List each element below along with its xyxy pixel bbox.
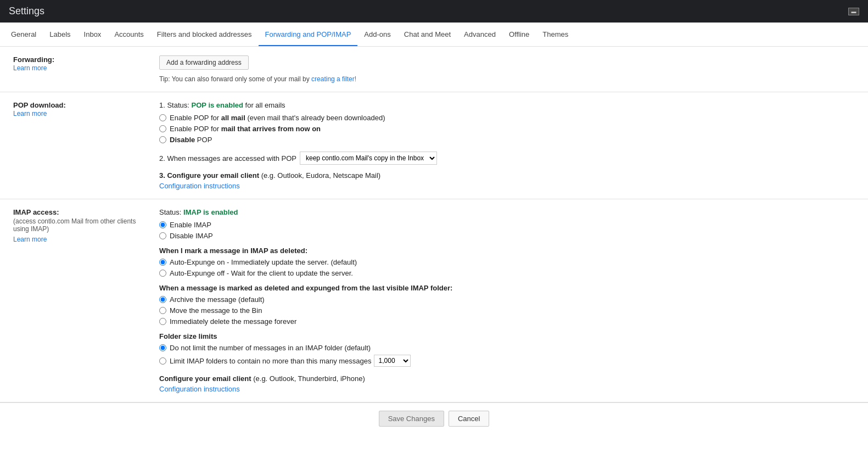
pop-download-title: POP download: (13, 101, 146, 109)
pop-status-prefix: 1. Status: (159, 101, 192, 109)
pop-radio-now: Enable POP for mail that arrives from no… (159, 125, 859, 133)
delete-forever-label: Immediately delete the message forever (170, 317, 296, 326)
pop-now-bold: mail that arrives from now on (221, 125, 321, 133)
tab-chat-meet[interactable]: Chat and Meet (397, 23, 457, 47)
pop-configure-title: 3. Configure your email client (e.g. Out… (159, 171, 859, 180)
bottom-bar: Save Changes Cancel (0, 402, 868, 434)
imap-status-enabled: IMAP is enabled (183, 208, 238, 216)
auto-expunge-off-input[interactable] (159, 270, 166, 277)
tab-addons[interactable]: Add-ons (357, 23, 397, 47)
pop-radio-all-label: Enable POP for all mail (even mail that'… (170, 114, 385, 122)
pop-disable-bold: Disable (170, 136, 195, 144)
pop-status-suffix: for all emails (243, 101, 285, 109)
save-button[interactable]: Save Changes (379, 411, 444, 427)
cancel-button[interactable]: Cancel (449, 411, 489, 427)
tab-general[interactable]: General (4, 23, 43, 47)
forwarding-title: Forwarding: (13, 55, 146, 64)
tab-labels[interactable]: Labels (43, 23, 77, 47)
pop-when-row: 2. When messages are accessed with POP k… (159, 152, 859, 165)
pop-radio-all: Enable POP for all mail (even mail that'… (159, 114, 859, 122)
imap-disable-input[interactable] (159, 232, 166, 239)
archive-msg-label: Archive the message (default) (170, 295, 265, 304)
pop-radio-disable: Disable POP (159, 136, 859, 144)
imap-delete-forever-radio: Immediately delete the message forever (159, 317, 859, 326)
creating-filter-link[interactable]: creating a filter! (311, 75, 356, 83)
imap-config-link[interactable]: Configuration instructions (159, 385, 240, 393)
pop-download-section: POP download: Learn more 1. Status: POP … (0, 92, 868, 199)
pop-radio-disable-input[interactable] (159, 136, 166, 143)
forwarding-label: Forwarding: Learn more (0, 55, 159, 83)
imap-title: IMAP access: (13, 208, 146, 216)
folder-limit-radio: Limit IMAP folders to contain no more th… (159, 355, 859, 367)
forwarding-content: Add a forwarding address Tip: You can al… (159, 55, 868, 83)
imap-label: IMAP access: (access contlo.com Mail fro… (0, 208, 159, 393)
imap-expunged-heading: When a message is marked as deleted and … (159, 284, 859, 292)
delete-forever-input[interactable] (159, 318, 166, 325)
imap-access-section: IMAP access: (access contlo.com Mail fro… (0, 199, 868, 402)
folder-size-select[interactable]: 1,000 2,000 5,000 10,000 (374, 355, 411, 367)
imap-desc: (access contlo.com Mail from other clien… (13, 217, 146, 233)
pop-download-content: 1. Status: POP is enabled for all emails… (159, 101, 868, 190)
pop-all-bold: all mail (221, 114, 245, 122)
forwarding-learn-more[interactable]: Learn more (13, 64, 47, 72)
folder-size-heading: Folder size limits (159, 332, 859, 340)
pop-radio-now-input[interactable] (159, 125, 166, 132)
auto-expunge-on-input[interactable] (159, 259, 166, 266)
limit-msgs-label: Limit IMAP folders to contain no more th… (170, 357, 372, 365)
pop-learn-more[interactable]: Learn more (13, 110, 47, 117)
archive-msg-input[interactable] (159, 296, 166, 303)
settings-page: General Labels Inbox Accounts Filters an… (0, 23, 868, 459)
pop-config-link[interactable]: Configuration instructions (159, 182, 240, 190)
title-bar: Settings ▬ (0, 0, 868, 23)
imap-deleted-heading: When I mark a message in IMAP as deleted… (159, 247, 859, 255)
add-forwarding-button[interactable]: Add a forwarding address (159, 55, 249, 70)
tip-prefix: Tip: You can also forward only some of y… (159, 75, 310, 83)
auto-expunge-on-label: Auto-Expunge on - Immediately update the… (170, 258, 357, 266)
imap-learn-more[interactable]: Learn more (13, 236, 47, 243)
auto-expunge-off-label: Auto-Expunge off - Wait for the client t… (170, 269, 353, 277)
pop-download-label: POP download: Learn more (0, 101, 159, 190)
forwarding-tip: Tip: You can also forward only some of y… (159, 75, 859, 83)
folder-no-limit-radio: Do not limit the number of messages in a… (159, 344, 859, 352)
imap-enable-input[interactable] (159, 221, 166, 228)
tab-filters[interactable]: Filters and blocked addresses (150, 23, 259, 47)
imap-content: Status: IMAP is enabled Enable IMAP Disa… (159, 208, 868, 393)
imap-status-line: Status: IMAP is enabled (159, 208, 859, 216)
imap-disable-radio: Disable IMAP (159, 232, 859, 240)
tab-accounts[interactable]: Accounts (108, 23, 150, 47)
imap-disable-label: Disable IMAP (170, 232, 213, 240)
tab-themes[interactable]: Themes (536, 23, 575, 47)
imap-auto-expunge-off-radio: Auto-Expunge off - Wait for the client t… (159, 269, 859, 277)
tabs-bar: General Labels Inbox Accounts Filters an… (0, 23, 868, 47)
pop-radio-all-input[interactable] (159, 114, 166, 121)
imap-auto-expunge-on-radio: Auto-Expunge on - Immediately update the… (159, 258, 859, 266)
window-minimize-btn[interactable]: ▬ (848, 8, 859, 15)
pop-when-select[interactable]: keep contlo.com Mail's copy in the Inbox… (300, 152, 437, 165)
page-title: Settings (9, 5, 44, 17)
pop-when-label: 2. When messages are accessed with POP (159, 154, 296, 163)
tab-inbox[interactable]: Inbox (77, 23, 108, 47)
move-bin-input[interactable] (159, 307, 166, 314)
imap-configure-strong: Configure your email client (159, 374, 251, 383)
imap-configure-suffix: (e.g. Outlook, Thunderbird, iPhone) (251, 374, 365, 383)
tab-advanced[interactable]: Advanced (457, 23, 502, 47)
pop-configure-suffix: (e.g. Outlook, Eudora, Netscape Mail) (259, 171, 380, 180)
pop-status-line: 1. Status: POP is enabled for all emails (159, 101, 859, 109)
pop-status-enabled: POP is enabled (192, 101, 243, 109)
imap-configure-title: Configure your email client (e.g. Outloo… (159, 374, 859, 383)
limit-msgs-input[interactable] (159, 357, 166, 365)
tab-forwarding-pop-imap[interactable]: Forwarding and POP/IMAP (259, 23, 358, 47)
imap-enable-radio: Enable IMAP (159, 221, 859, 229)
imap-status-prefix: Status: (159, 208, 183, 216)
imap-move-bin-radio: Move the message to the Bin (159, 306, 859, 315)
tab-offline[interactable]: Offline (502, 23, 536, 47)
imap-archive-radio: Archive the message (default) (159, 295, 859, 304)
move-bin-label: Move the message to the Bin (170, 306, 262, 315)
forwarding-section: Forwarding: Learn more Add a forwarding … (0, 47, 868, 92)
imap-enable-label: Enable IMAP (170, 221, 211, 229)
pop-configure-strong: 3. Configure your email client (159, 171, 259, 180)
no-limit-label: Do not limit the number of messages in a… (170, 344, 371, 352)
pop-radio-now-label: Enable POP for mail that arrives from no… (170, 125, 321, 133)
window-controls: ▬ (847, 8, 859, 15)
no-limit-input[interactable] (159, 344, 166, 351)
